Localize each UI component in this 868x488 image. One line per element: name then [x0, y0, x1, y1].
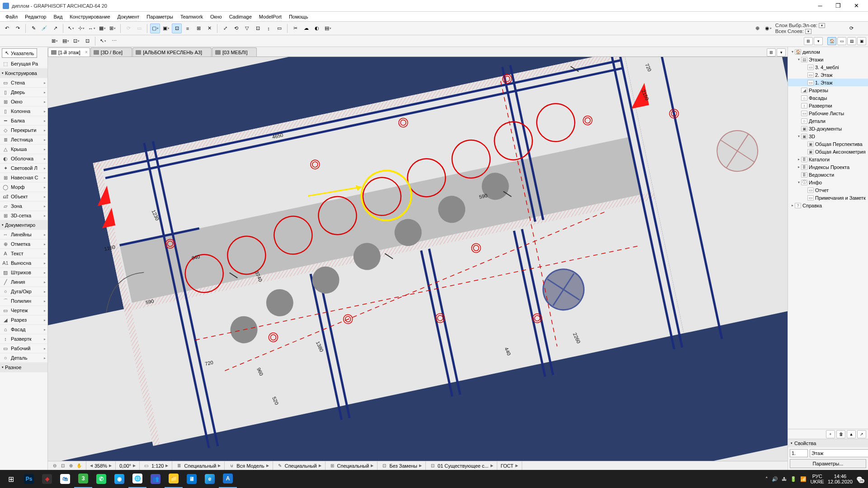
- task-desktop[interactable]: 🖥: [183, 470, 201, 488]
- nav-item[interactable]: ▭2. Этаж: [788, 71, 868, 79]
- expand-icon[interactable]: ▾: [796, 57, 801, 61]
- status-opt6[interactable]: 01 Существующее с...: [438, 463, 489, 469]
- elevate-button[interactable]: ↕: [264, 23, 274, 33]
- nav-layout-button[interactable]: ▤: [847, 37, 856, 45]
- move-button[interactable]: ⤢: [220, 23, 230, 33]
- tool-Оболочка[interactable]: ◐Оболочка▸: [0, 154, 47, 164]
- nav-item[interactable]: ≣Ведомости: [788, 171, 868, 178]
- tool-Полилин[interactable]: ⌒Полилин▸: [0, 296, 47, 306]
- nav-mode2-button[interactable]: ▾: [814, 37, 823, 45]
- task-chrome[interactable]: 🌐: [128, 470, 146, 488]
- start-button[interactable]: ⊞: [2, 470, 20, 488]
- menu-cadimage[interactable]: Cadimage: [226, 13, 255, 20]
- expand-icon[interactable]: ▸: [796, 157, 801, 161]
- tool-Дуга/Окр[interactable]: ○Дуга/Окр▸: [0, 287, 47, 296]
- tool-Фасад[interactable]: ⌂Фасад▸: [0, 325, 47, 334]
- nav-item[interactable]: ▭Рабочие Листы: [788, 109, 868, 117]
- resize-button[interactable]: ☁: [301, 23, 311, 33]
- marquee-tool[interactable]: ⬚ Бегущая Ра: [0, 59, 47, 69]
- menu-modelport[interactable]: ModelPort: [255, 13, 285, 20]
- tool-Деталь[interactable]: ○Деталь▸: [0, 353, 47, 363]
- stretch-button[interactable]: ▭: [274, 23, 284, 33]
- tab-close-button[interactable]: ×: [85, 50, 88, 55]
- syringe-button[interactable]: 💉: [39, 23, 49, 33]
- props-id-input[interactable]: [790, 449, 808, 457]
- toolbox-doc-header[interactable]: Документиро: [0, 221, 47, 230]
- nav-item[interactable]: ↕Развертки: [788, 102, 868, 109]
- tool-Рабочий[interactable]: ▭Рабочий▸: [0, 344, 47, 353]
- zoom-out-icon[interactable]: ⊖: [52, 463, 58, 469]
- nav-new-button[interactable]: +: [826, 430, 835, 438]
- toolbox-design-header[interactable]: Конструирова: [0, 69, 47, 78]
- menu-параметры[interactable]: Параметры: [143, 13, 177, 20]
- tool-Линейны[interactable]: ↔Линейны▸: [0, 230, 47, 239]
- menu-конструирование[interactable]: Конструирование: [66, 13, 113, 20]
- status-opt5[interactable]: Без Замены: [389, 463, 417, 469]
- ungroup-button[interactable]: ✕: [204, 23, 214, 33]
- nav-del-button[interactable]: 🗑: [836, 430, 845, 438]
- nav-item[interactable]: ▾ⓘИнфо: [788, 178, 868, 186]
- tool-Выносна[interactable]: A1Выносна▸: [0, 258, 47, 268]
- zoom-fit-icon[interactable]: ⊡: [60, 463, 66, 469]
- nav-item[interactable]: ▾▤Этажи: [788, 56, 868, 63]
- task-sketchup[interactable]: 3: [74, 470, 92, 488]
- tray-volume-icon[interactable]: 🔊: [772, 476, 778, 482]
- tool-3D-сетка[interactable]: ⊞3D-сетка▸: [0, 211, 47, 221]
- tab[interactable]: [3D / Все]: [90, 47, 132, 56]
- task-archicad[interactable]: A: [219, 470, 237, 488]
- tool-Балка[interactable]: ━Балка▸: [0, 116, 47, 126]
- task-edge1[interactable]: ◉: [110, 470, 128, 488]
- nav-view-button[interactable]: ▭: [837, 37, 846, 45]
- pan-icon[interactable]: ✋: [76, 463, 82, 469]
- grid-toggle-button[interactable]: ⊞: [108, 23, 118, 33]
- tool-Окно[interactable]: ⊞Окно▸: [0, 97, 47, 107]
- status-opt7[interactable]: ГОСТ: [501, 463, 514, 469]
- trace-ref-button[interactable]: ⊕: [753, 23, 763, 33]
- menu-teamwork[interactable]: Teamwork: [177, 13, 207, 20]
- angle-value[interactable]: 0,00°: [119, 463, 131, 469]
- option4-button[interactable]: ⊡: [82, 36, 92, 46]
- tray-wifi-icon[interactable]: 📶: [800, 476, 807, 482]
- system-tray[interactable]: ˄ 🔊 🖧 🔋 📶 РУС UKRE 14:46 12.06.2020 💬26: [762, 474, 866, 484]
- expand-icon[interactable]: ▸: [796, 165, 801, 169]
- nav-item[interactable]: ▸≣Каталоги: [788, 155, 868, 163]
- tool-Отметка[interactable]: ⊕Отметка▸: [0, 239, 47, 249]
- rotate-button[interactable]: ⟲: [231, 23, 241, 33]
- nav-project-button[interactable]: 🏠: [827, 37, 836, 45]
- tool-Текст[interactable]: AТекст▸: [0, 249, 47, 258]
- tab[interactable]: [1-й этаж]×: [48, 47, 90, 56]
- nav-item[interactable]: ▾🏠диплом: [788, 48, 868, 56]
- nav-item[interactable]: ▭1. Этаж: [788, 79, 868, 86]
- navigator-tree[interactable]: ▾🏠диплом▾▤Этажи ▭3. 4_меблі ▭2. Этаж ▭1.…: [788, 47, 868, 429]
- tray-notifications[interactable]: 💬26: [856, 476, 863, 482]
- tool-Линия[interactable]: ╱Линия▸: [0, 277, 47, 287]
- expand-icon[interactable]: ▸: [790, 203, 795, 207]
- task-teams[interactable]: 👥: [146, 470, 165, 488]
- display-order-button[interactable]: ▤: [323, 23, 333, 33]
- status-opt2[interactable]: Вся Модель: [236, 463, 264, 469]
- nav-item[interactable]: ▸≣Индексы Проекта: [788, 163, 868, 171]
- tool-Объект[interactable]: 🛋Объект▸: [0, 192, 47, 202]
- grid-snap-button[interactable]: ▦: [97, 23, 107, 33]
- nav-up-button[interactable]: ▲: [847, 430, 856, 438]
- nav-item[interactable]: ⌂Фасады: [788, 94, 868, 102]
- tray-language[interactable]: РУС UKRE: [810, 474, 824, 484]
- close-button[interactable]: ✕: [847, 0, 865, 12]
- measure-button[interactable]: ↗: [50, 23, 60, 33]
- props-settings-button[interactable]: Параметры...: [790, 459, 866, 468]
- option6-button[interactable]: ⋯: [109, 36, 119, 46]
- tabstrip-button[interactable]: ▾: [777, 48, 786, 56]
- toolbox-misc-header[interactable]: Разное: [0, 363, 47, 372]
- tab[interactable]: [АЛЬБОМ КРЕСЛЕНЬ А3]: [132, 47, 212, 56]
- status-opt3[interactable]: Специальный: [285, 463, 317, 469]
- cursor-mode-button[interactable]: ↖: [66, 23, 76, 33]
- nav-item[interactable]: ○Детали: [788, 117, 868, 125]
- task-store[interactable]: 🛍: [56, 470, 74, 488]
- menu-документ[interactable]: Документ: [114, 13, 143, 20]
- option5-button[interactable]: ↖: [98, 36, 108, 46]
- trim-button[interactable]: ✂: [290, 23, 300, 33]
- menu-вид[interactable]: Вид: [50, 13, 66, 20]
- zoom-in-icon[interactable]: ⊕: [68, 463, 74, 469]
- menu-окно[interactable]: Окно: [207, 13, 226, 20]
- task-app1[interactable]: ◈: [38, 470, 56, 488]
